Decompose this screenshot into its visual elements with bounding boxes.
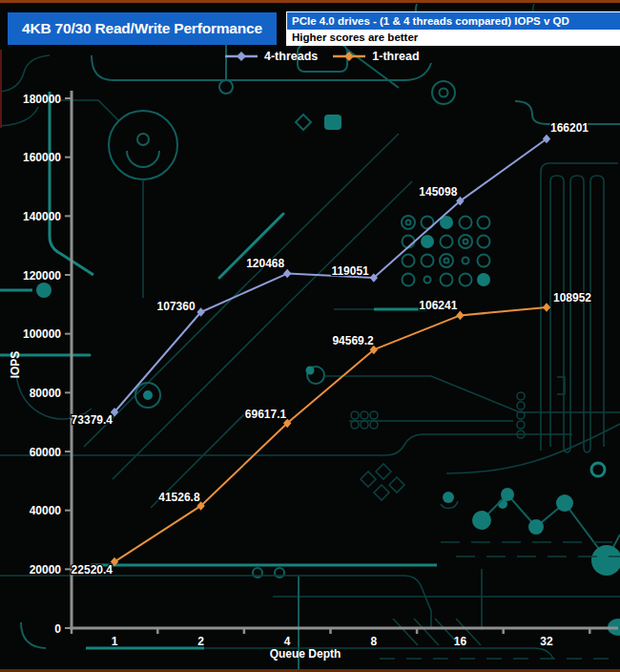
data-label-4-threads: 119051 — [331, 264, 369, 278]
x-axis-title: Queue Depth — [270, 647, 341, 661]
x-tick-label: 1 — [112, 635, 118, 648]
y-tick-label: 120000 — [23, 269, 61, 283]
data-point-marker-1-thread — [543, 303, 550, 312]
frame-left-border — [0, 50, 2, 128]
data-label-1-thread: 106241 — [419, 299, 457, 312]
y-tick-label: 180000 — [23, 93, 61, 106]
data-point-marker-4-threads — [283, 269, 291, 279]
data-label-1-thread: 69617.1 — [245, 408, 287, 421]
data-label-1-thread: 94569.2 — [332, 334, 374, 347]
chart-title: 4KB 70/30 Read/Write Performance — [8, 12, 277, 45]
data-label-1-thread: 22520.4 — [72, 563, 114, 577]
legend-item-1-thread: 1-thread — [333, 50, 419, 63]
x-tick-label: 2 — [197, 635, 204, 648]
y-tick-label: 0 — [54, 622, 61, 636]
data-label-4-threads: 145098 — [419, 185, 457, 199]
y-tick-label: 140000 — [23, 210, 61, 223]
data-point-marker-1-thread — [456, 311, 464, 321]
legend-label-4-threads: 4-threads — [264, 50, 318, 63]
chart-legend: 4-threads1-thread — [225, 50, 420, 63]
screenshot-root: 0200004000060000800001000001200001400001… — [0, 0, 620, 672]
legend-marker-4-threads — [225, 51, 258, 62]
y-tick-label: 20000 — [30, 563, 62, 577]
chart-title-text: 4KB 70/30 Read/Write Performance — [22, 20, 262, 37]
legend-label-1-thread: 1-thread — [372, 50, 419, 63]
data-label-4-threads: 120468 — [246, 257, 284, 270]
series-line-1-thread — [114, 307, 547, 561]
y-tick-label: 40000 — [30, 504, 62, 517]
iops-vs-qd-chart: 0200004000060000800001000001200001400001… — [0, 0, 620, 672]
subtitle-line-1: PCIe 4.0 drives - (1 & 4 threads compare… — [287, 12, 620, 30]
x-tick-label: 16 — [454, 635, 467, 648]
frame-top-border — [0, 0, 620, 3]
data-point-marker-4-threads — [543, 135, 550, 144]
subtitle-line-2: Higher scores are better — [287, 30, 620, 45]
data-label-1-thread: 41526.8 — [158, 491, 200, 504]
y-tick-label: 60000 — [30, 446, 62, 459]
y-tick-label: 160000 — [23, 151, 61, 164]
y-tick-label: 80000 — [30, 387, 62, 400]
x-tick-label: 4 — [284, 635, 291, 648]
data-label-4-threads: 166201 — [550, 121, 589, 135]
data-label-4-threads: 107360 — [157, 300, 196, 313]
y-axis-title: IOPS — [9, 351, 22, 379]
chart-subtitle-box: PCIe 4.0 drives - (1 & 4 threads compare… — [286, 11, 620, 46]
data-label-4-threads: 73379.4 — [72, 413, 114, 427]
data-label-1-thread: 108952 — [553, 291, 591, 304]
legend-item-4-threads: 4-threads — [225, 50, 318, 63]
y-tick-label: 100000 — [23, 327, 61, 341]
x-tick-label: 8 — [370, 635, 377, 648]
x-tick-label: 32 — [540, 635, 553, 648]
legend-marker-1-thread — [333, 51, 365, 62]
